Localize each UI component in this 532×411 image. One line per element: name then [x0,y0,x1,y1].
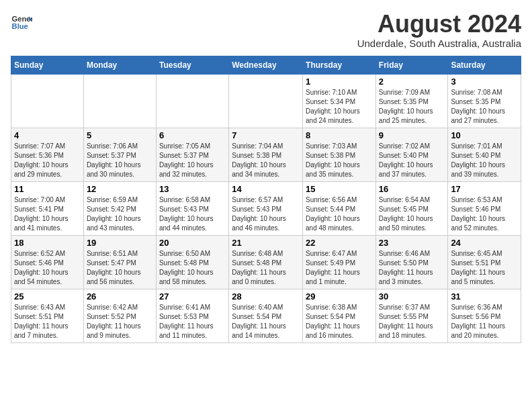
weekday-header-thursday: Thursday [303,56,376,74]
calendar-cell: 16Sunrise: 6:54 AM Sunset: 5:45 PM Dayli… [375,181,448,235]
day-number: 11 [14,184,81,194]
calendar-cell: 13Sunrise: 6:58 AM Sunset: 5:43 PM Dayli… [156,181,228,235]
calendar-cell: 4Sunrise: 7:07 AM Sunset: 5:36 PM Daylig… [11,128,84,181]
day-info: Sunrise: 7:06 AM Sunset: 5:37 PM Dayligh… [87,142,153,179]
day-number: 21 [232,238,300,248]
day-number: 16 [379,184,445,194]
day-info: Sunrise: 7:02 AM Sunset: 5:40 PM Dayligh… [379,142,445,179]
day-number: 26 [87,291,153,302]
day-number: 6 [159,130,226,140]
calendar-week-1: 1Sunrise: 7:10 AM Sunset: 5:34 PM Daylig… [11,74,521,128]
calendar-cell: 12Sunrise: 6:59 AM Sunset: 5:42 PM Dayli… [83,181,156,235]
calendar-cell: 20Sunrise: 6:50 AM Sunset: 5:48 PM Dayli… [156,235,228,289]
day-info: Sunrise: 7:01 AM Sunset: 5:40 PM Dayligh… [451,142,518,179]
svg-text:Blue: Blue [12,22,28,30]
day-info: Sunrise: 6:47 AM Sunset: 5:49 PM Dayligh… [306,249,373,287]
day-info: Sunrise: 6:46 AM Sunset: 5:50 PM Dayligh… [379,249,445,287]
weekday-header-saturday: Saturday [448,56,521,74]
day-number: 5 [87,130,153,140]
day-info: Sunrise: 6:52 AM Sunset: 5:46 PM Dayligh… [14,249,81,287]
day-number: 20 [159,238,226,248]
calendar-cell [11,74,84,128]
day-number: 3 [451,77,518,87]
calendar-cell: 30Sunrise: 6:37 AM Sunset: 5:55 PM Dayli… [375,289,448,342]
weekday-header-friday: Friday [375,56,448,74]
day-number: 23 [379,238,445,248]
day-info: Sunrise: 6:53 AM Sunset: 5:46 PM Dayligh… [451,195,518,233]
calendar-cell: 22Sunrise: 6:47 AM Sunset: 5:49 PM Dayli… [303,235,376,289]
day-number: 27 [159,291,226,302]
calendar-cell: 27Sunrise: 6:41 AM Sunset: 5:53 PM Dayli… [156,289,228,342]
logo: General Blue [11,11,32,32]
day-info: Sunrise: 6:54 AM Sunset: 5:45 PM Dayligh… [379,195,445,233]
day-info: Sunrise: 7:04 AM Sunset: 5:38 PM Dayligh… [232,142,300,179]
calendar-cell: 2Sunrise: 7:09 AM Sunset: 5:35 PM Daylig… [375,74,448,128]
day-number: 15 [306,184,373,194]
calendar-cell: 10Sunrise: 7:01 AM Sunset: 5:40 PM Dayli… [448,128,521,181]
day-number: 10 [451,130,518,140]
calendar-cell: 3Sunrise: 7:08 AM Sunset: 5:35 PM Daylig… [448,74,521,128]
calendar-cell: 21Sunrise: 6:48 AM Sunset: 5:48 PM Dayli… [229,235,303,289]
day-number: 31 [451,291,518,302]
day-info: Sunrise: 7:07 AM Sunset: 5:36 PM Dayligh… [14,142,81,179]
calendar-cell: 6Sunrise: 7:05 AM Sunset: 5:37 PM Daylig… [156,128,228,181]
day-info: Sunrise: 6:37 AM Sunset: 5:55 PM Dayligh… [379,303,445,340]
day-number: 12 [87,184,153,194]
calendar-cell: 7Sunrise: 7:04 AM Sunset: 5:38 PM Daylig… [229,128,303,181]
calendar-table: SundayMondayTuesdayWednesdayThursdayFrid… [11,56,521,343]
day-number: 24 [451,238,518,248]
calendar-cell: 5Sunrise: 7:06 AM Sunset: 5:37 PM Daylig… [83,128,156,181]
day-number: 18 [14,238,81,248]
day-number: 8 [306,130,373,140]
day-info: Sunrise: 6:59 AM Sunset: 5:42 PM Dayligh… [87,195,153,233]
calendar-cell: 29Sunrise: 6:38 AM Sunset: 5:54 PM Dayli… [303,289,376,342]
day-number: 29 [306,291,373,302]
calendar-cell: 31Sunrise: 6:36 AM Sunset: 5:56 PM Dayli… [448,289,521,342]
day-number: 30 [379,291,445,302]
day-info: Sunrise: 6:36 AM Sunset: 5:56 PM Dayligh… [451,303,518,340]
calendar-cell: 1Sunrise: 7:10 AM Sunset: 5:34 PM Daylig… [303,74,376,128]
day-info: Sunrise: 6:43 AM Sunset: 5:51 PM Dayligh… [14,303,81,340]
calendar-week-2: 4Sunrise: 7:07 AM Sunset: 5:36 PM Daylig… [11,128,521,181]
day-number: 13 [159,184,226,194]
day-number: 2 [379,77,445,87]
day-info: Sunrise: 6:48 AM Sunset: 5:48 PM Dayligh… [232,249,300,287]
calendar-cell: 25Sunrise: 6:43 AM Sunset: 5:51 PM Dayli… [11,289,84,342]
day-info: Sunrise: 7:03 AM Sunset: 5:38 PM Dayligh… [306,142,373,179]
calendar-cell: 15Sunrise: 6:56 AM Sunset: 5:44 PM Dayli… [303,181,376,235]
calendar-cell: 8Sunrise: 7:03 AM Sunset: 5:38 PM Daylig… [303,128,376,181]
calendar-cell [229,74,303,128]
weekday-header-tuesday: Tuesday [156,56,228,74]
day-info: Sunrise: 6:58 AM Sunset: 5:43 PM Dayligh… [159,195,226,233]
day-number: 17 [451,184,518,194]
weekday-header-monday: Monday [83,56,156,74]
day-number: 1 [306,77,373,87]
calendar-cell: 9Sunrise: 7:02 AM Sunset: 5:40 PM Daylig… [375,128,448,181]
calendar-cell: 18Sunrise: 6:52 AM Sunset: 5:46 PM Dayli… [11,235,84,289]
day-info: Sunrise: 7:09 AM Sunset: 5:35 PM Dayligh… [379,88,445,126]
logo-icon: General Blue [11,11,32,32]
month-year-title: August 2024 [357,11,521,38]
day-info: Sunrise: 6:42 AM Sunset: 5:52 PM Dayligh… [87,303,153,340]
day-number: 19 [87,238,153,248]
calendar-cell: 11Sunrise: 7:00 AM Sunset: 5:41 PM Dayli… [11,181,84,235]
calendar-cell [156,74,228,128]
day-info: Sunrise: 6:51 AM Sunset: 5:47 PM Dayligh… [87,249,153,287]
calendar-cell: 19Sunrise: 6:51 AM Sunset: 5:47 PM Dayli… [83,235,156,289]
day-info: Sunrise: 6:45 AM Sunset: 5:51 PM Dayligh… [451,249,518,287]
calendar-week-4: 18Sunrise: 6:52 AM Sunset: 5:46 PM Dayli… [11,235,521,289]
calendar-cell: 24Sunrise: 6:45 AM Sunset: 5:51 PM Dayli… [448,235,521,289]
calendar-week-3: 11Sunrise: 7:00 AM Sunset: 5:41 PM Dayli… [11,181,521,235]
day-number: 9 [379,130,445,140]
day-info: Sunrise: 6:41 AM Sunset: 5:53 PM Dayligh… [159,303,226,340]
day-info: Sunrise: 7:00 AM Sunset: 5:41 PM Dayligh… [14,195,81,233]
day-number: 4 [14,130,81,140]
calendar-cell [83,74,156,128]
page-header: General Blue August 2024 Underdale, Sout… [11,11,521,49]
day-info: Sunrise: 6:50 AM Sunset: 5:48 PM Dayligh… [159,249,226,287]
title-block: August 2024 Underdale, South Australia, … [357,11,521,49]
calendar-cell: 14Sunrise: 6:57 AM Sunset: 5:43 PM Dayli… [229,181,303,235]
day-number: 28 [232,291,300,302]
day-number: 7 [232,130,300,140]
day-info: Sunrise: 6:38 AM Sunset: 5:54 PM Dayligh… [306,303,373,340]
